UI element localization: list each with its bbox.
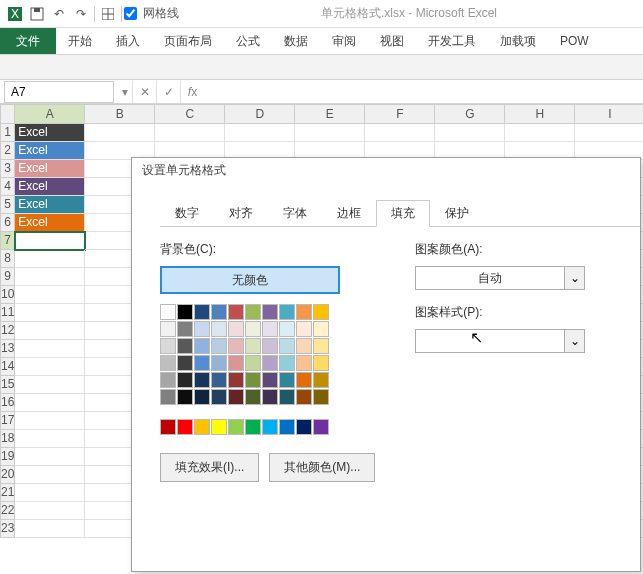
row-header[interactable]: 1 [0, 124, 15, 142]
row-header[interactable]: 18 [0, 430, 15, 448]
color-swatch[interactable] [313, 338, 329, 354]
cancel-formula-icon[interactable]: ✕ [132, 81, 156, 103]
color-swatch[interactable] [211, 389, 227, 405]
color-swatch[interactable] [160, 389, 176, 405]
cell[interactable] [15, 304, 85, 322]
cell[interactable] [15, 502, 85, 520]
cell[interactable] [15, 232, 85, 250]
color-swatch[interactable] [228, 338, 244, 354]
row-header[interactable]: 17 [0, 412, 15, 430]
cell[interactable] [15, 484, 85, 502]
color-swatch[interactable] [194, 355, 210, 371]
col-header[interactable]: H [505, 104, 575, 124]
col-header[interactable]: C [155, 104, 225, 124]
cell[interactable] [15, 412, 85, 430]
row-header[interactable]: 5 [0, 196, 15, 214]
pattern-style-combo[interactable]: ⌄ [415, 329, 585, 353]
dlg-tab-fill[interactable]: 填充 [376, 200, 430, 227]
enter-formula-icon[interactable]: ✓ [156, 81, 180, 103]
col-header[interactable]: F [365, 104, 435, 124]
color-swatch[interactable] [177, 389, 193, 405]
color-swatch[interactable] [160, 321, 176, 337]
color-swatch[interactable] [177, 355, 193, 371]
cell[interactable] [15, 250, 85, 268]
row-header[interactable]: 9 [0, 268, 15, 286]
color-swatch[interactable] [313, 355, 329, 371]
color-swatch[interactable] [279, 419, 295, 435]
row-header[interactable]: 14 [0, 358, 15, 376]
color-swatch[interactable] [160, 419, 176, 435]
row-header[interactable]: 12 [0, 322, 15, 340]
cell[interactable] [575, 124, 643, 142]
cell[interactable] [15, 376, 85, 394]
color-swatch[interactable] [211, 372, 227, 388]
tab-file[interactable]: 文件 [0, 28, 56, 54]
cell[interactable] [225, 124, 295, 142]
color-swatch[interactable] [177, 304, 193, 320]
cell[interactable] [15, 394, 85, 412]
color-swatch[interactable] [194, 419, 210, 435]
color-swatch[interactable] [245, 321, 261, 337]
tab-data[interactable]: 数据 [272, 28, 320, 54]
color-swatch[interactable] [177, 419, 193, 435]
tab-review[interactable]: 审阅 [320, 28, 368, 54]
color-swatch[interactable] [296, 321, 312, 337]
color-swatch[interactable] [262, 338, 278, 354]
cell[interactable] [155, 124, 225, 142]
tab-home[interactable]: 开始 [56, 28, 104, 54]
col-header[interactable]: A [15, 104, 85, 124]
row-header[interactable]: 23 [0, 520, 15, 538]
color-swatch[interactable] [245, 389, 261, 405]
row-header[interactable]: 20 [0, 466, 15, 484]
color-swatch[interactable] [194, 304, 210, 320]
color-swatch[interactable] [228, 355, 244, 371]
color-swatch[interactable] [313, 304, 329, 320]
color-swatch[interactable] [313, 419, 329, 435]
fill-effects-button[interactable]: 填充效果(I)... [160, 453, 259, 482]
no-color-button[interactable]: 无颜色 [160, 266, 340, 294]
cell[interactable] [15, 448, 85, 466]
color-swatch[interactable] [262, 372, 278, 388]
cell[interactable] [365, 124, 435, 142]
row-header[interactable]: 11 [0, 304, 15, 322]
color-swatch[interactable] [228, 372, 244, 388]
dlg-tab-protect[interactable]: 保护 [430, 200, 484, 227]
color-swatch[interactable] [177, 338, 193, 354]
color-swatch[interactable] [194, 321, 210, 337]
tab-addins[interactable]: 加载项 [488, 28, 548, 54]
color-swatch[interactable] [262, 419, 278, 435]
color-swatch[interactable] [296, 372, 312, 388]
color-swatch[interactable] [296, 355, 312, 371]
color-swatch[interactable] [177, 321, 193, 337]
row-header[interactable]: 21 [0, 484, 15, 502]
tab-formula[interactable]: 公式 [224, 28, 272, 54]
color-swatch[interactable] [262, 321, 278, 337]
cell[interactable] [295, 124, 365, 142]
color-swatch[interactable] [228, 389, 244, 405]
redo-icon[interactable]: ↷ [70, 3, 92, 25]
dlg-tab-border[interactable]: 边框 [322, 200, 376, 227]
color-swatch[interactable] [313, 321, 329, 337]
row-header[interactable]: 6 [0, 214, 15, 232]
color-swatch[interactable] [228, 419, 244, 435]
row-header[interactable]: 8 [0, 250, 15, 268]
row-header[interactable]: 16 [0, 394, 15, 412]
col-header[interactable]: E [295, 104, 365, 124]
cell[interactable]: Excel [15, 160, 85, 178]
more-colors-button[interactable]: 其他颜色(M)... [269, 453, 375, 482]
color-swatch[interactable] [211, 355, 227, 371]
color-swatch[interactable] [194, 389, 210, 405]
cell[interactable]: Excel [15, 124, 85, 142]
cell[interactable] [15, 286, 85, 304]
color-swatch[interactable] [296, 419, 312, 435]
save-icon[interactable] [26, 3, 48, 25]
cell[interactable] [85, 124, 155, 142]
color-swatch[interactable] [160, 372, 176, 388]
tab-view[interactable]: 视图 [368, 28, 416, 54]
row-header[interactable]: 7 [0, 232, 15, 250]
color-swatch[interactable] [211, 419, 227, 435]
dlg-tab-align[interactable]: 对齐 [214, 200, 268, 227]
color-swatch[interactable] [245, 372, 261, 388]
color-swatch[interactable] [160, 304, 176, 320]
color-swatch[interactable] [194, 372, 210, 388]
